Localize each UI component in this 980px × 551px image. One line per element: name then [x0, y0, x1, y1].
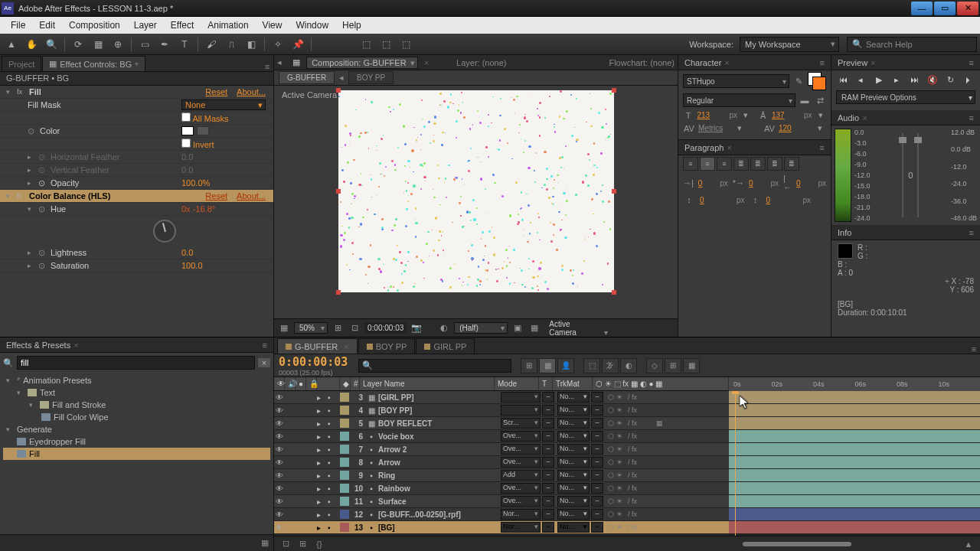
font-size-value[interactable]: 213 [697, 111, 726, 119]
brush-tool[interactable]: 🖌 [203, 36, 220, 53]
menu-window[interactable]: Window [289, 18, 335, 32]
brackets-icon[interactable]: {} [312, 540, 326, 549]
info-panel-menu[interactable]: ≡ [969, 228, 974, 237]
tree-eyedropper-fill[interactable]: Eyedropper Fill [3, 435, 270, 448]
timeline-tab-boypp[interactable]: BOY PP [358, 338, 416, 354]
maximize-button[interactable]: ▭ [934, 2, 956, 15]
layer-bar[interactable] [729, 391, 980, 403]
tree-text[interactable]: ▾Text [3, 386, 270, 399]
rotate-tool[interactable]: ⟳ [70, 36, 87, 53]
close-button[interactable]: ✕ [957, 2, 978, 15]
view-dropdown[interactable]: Active Camera [544, 319, 610, 337]
current-time-indicator[interactable] [735, 391, 736, 536]
time-ruler[interactable]: 0s02s04s06s08s10s [729, 377, 980, 391]
type-tool[interactable]: T [176, 36, 193, 53]
layer-bar[interactable] [729, 430, 980, 442]
fill-mask-row[interactable]: Fill Mask None▾ [0, 99, 273, 112]
eyedropper-icon[interactable] [197, 126, 209, 135]
hand-tool[interactable]: ✋ [23, 36, 40, 53]
prev-frame-button[interactable]: ◂ [854, 73, 867, 86]
view-axis-icon[interactable]: ⬚ [397, 36, 414, 53]
comp-dropdown[interactable]: Composition: G-BUFFER [306, 57, 418, 69]
ep-panel-menu[interactable]: ≡ [263, 341, 267, 350]
timeline-search[interactable]: 🔍 [358, 359, 511, 373]
layer-row[interactable]: 👁 ▸▪ 8 ▪ Arrow Ove... – No... – ⬡ ☀ / fx [274, 456, 729, 469]
timeline-zoom-slider[interactable] [743, 542, 851, 546]
zoom-dropdown[interactable]: 50% [294, 322, 328, 334]
audio-panel-menu[interactable]: ≡ [969, 113, 974, 122]
font-family-dropdown[interactable]: STHupo [683, 74, 789, 88]
eyedropper-icon[interactable]: ✎ [792, 77, 805, 86]
loop-button[interactable]: ↻ [944, 73, 958, 86]
invert-checkbox[interactable] [181, 139, 191, 148]
menu-layer[interactable]: Layer [128, 18, 163, 32]
eraser-tool[interactable]: ◧ [243, 36, 260, 53]
toggle-switches-icon[interactable]: ⊡ [279, 539, 292, 549]
space-after-value[interactable]: 0 [766, 196, 799, 204]
layer-bar[interactable] [729, 495, 980, 507]
ep-new-icon[interactable]: ▦ [261, 538, 269, 548]
brainstorm-button[interactable]: ◐ [620, 358, 637, 373]
tab-effect-controls[interactable]: ▦Effect Controls: BG▾ [42, 56, 145, 71]
frame-blend-button[interactable]: ⬚ [583, 358, 600, 373]
align-left[interactable]: ≡ [683, 157, 698, 171]
layer-row[interactable]: 👁 ▸▪ 10 ▪ Rainbow Ove... – No... – ⬡ ☀ /… [274, 482, 729, 495]
effects-search-input[interactable] [17, 356, 255, 370]
auto-keyframe-button[interactable]: ◇ [646, 358, 663, 373]
menu-edit[interactable]: Edit [33, 18, 61, 32]
layer-row[interactable]: 👁 ▸▪ 13 ▪ [BG] Nor... – No... – ⬡ ☀ / fx [274, 521, 729, 534]
swap-colors-icon[interactable]: ⇄ [814, 96, 826, 106]
menu-view[interactable]: View [256, 18, 289, 32]
layer-bar[interactable] [729, 469, 980, 481]
indent-right-value[interactable]: 0 [796, 179, 813, 187]
canvas[interactable] [338, 90, 614, 292]
tree-fill-wipe[interactable]: Fill Color Wipe [3, 411, 270, 423]
kerning-value[interactable]: Metrics [698, 124, 730, 132]
layer-bar[interactable] [729, 508, 980, 520]
draft-3d[interactable]: ▦ [539, 358, 556, 373]
audio-left-slider[interactable] [902, 133, 903, 217]
clone-tool[interactable]: ⎍ [223, 36, 240, 53]
font-style-dropdown[interactable]: Regular [683, 93, 795, 107]
play-button[interactable]: ▶ [872, 73, 886, 86]
menu-animation[interactable]: Animation [201, 18, 254, 32]
ram-preview-button[interactable]: ⏵ [962, 73, 975, 86]
workspace-dropdown[interactable]: My Workspace [740, 37, 839, 52]
align-right[interactable]: ≡ [717, 157, 732, 171]
indent-left-value[interactable]: 0 [698, 179, 715, 187]
hue-dial[interactable] [0, 216, 273, 246]
tree-fill[interactable]: Fill [3, 448, 270, 460]
expand-button[interactable]: ▦ [683, 358, 700, 373]
cb-reset[interactable]: Reset [205, 191, 227, 201]
first-frame-button[interactable]: ⏮ [836, 73, 850, 86]
roto-tool[interactable]: ✧ [270, 36, 286, 53]
transparency-icon[interactable]: ▦ [528, 321, 541, 335]
flowchart-tab[interactable]: Flowchart: (none) [609, 58, 675, 67]
roi-icon[interactable]: ▣ [511, 321, 524, 335]
preview-panel-menu[interactable]: ≡ [969, 58, 974, 67]
pan-behind-tool[interactable]: ⊕ [109, 36, 126, 53]
timeline-tab-girlpp[interactable]: GIRL PP [416, 338, 475, 354]
layer-bar[interactable] [729, 417, 980, 429]
layer-tab[interactable]: Layer: (none) [456, 58, 506, 67]
puppet-tool[interactable]: 📌 [289, 36, 306, 53]
subtab-gbuffer[interactable]: G-BUFFER [279, 71, 335, 84]
align-center[interactable]: ≡ [700, 157, 715, 171]
toggle-modes-icon[interactable]: ⊞ [296, 539, 309, 549]
channel-icon[interactable]: ◐ [437, 321, 451, 335]
color-swatch[interactable] [181, 126, 194, 135]
resolution-dropdown[interactable]: (Half) [454, 322, 508, 334]
layer-row[interactable]: 👁 ▸▪ 6 ▪ Vocie box Ove... – No... – ⬡ ☀ … [274, 430, 729, 443]
indent-first-value[interactable]: 0 [749, 179, 766, 187]
pen-tool[interactable]: ✒ [156, 36, 173, 53]
timeline-tab-gbuffer[interactable]: G-BUFFER× [277, 338, 358, 354]
fill-mask-dropdown[interactable]: None▾ [181, 99, 266, 110]
tree-fill-stroke[interactable]: ▾Fill and Stroke [3, 399, 270, 411]
all-masks-checkbox[interactable] [181, 112, 191, 122]
mute-button[interactable]: 🔇 [926, 73, 939, 86]
shy-button[interactable]: 👤 [557, 358, 574, 373]
audio-right-slider[interactable] [917, 133, 919, 217]
tree-animation-presets[interactable]: ▾*Animation Presets [3, 374, 270, 386]
minimize-button[interactable]: — [911, 2, 933, 15]
opacity-row[interactable]: ▸⊙Opacity 100.0% [0, 177, 273, 190]
